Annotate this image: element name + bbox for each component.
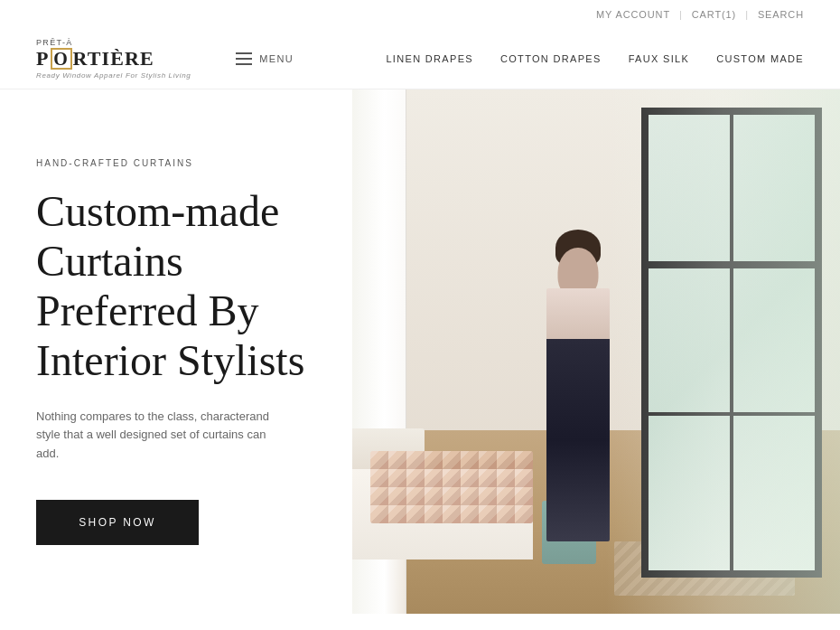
hamburger-menu[interactable]: MENU — [236, 52, 294, 65]
room-scene — [352, 89, 840, 614]
hero-content: HAND-CRAFTED CURTAINS Custom-made Curtai… — [0, 89, 352, 614]
window-light-effect — [605, 89, 840, 614]
logo-pret-a: PRÊT-À — [36, 38, 73, 47]
nav-cotton-drapes[interactable]: COTTON DRAPES — [500, 53, 602, 64]
hamburger-line-3 — [236, 63, 252, 65]
nav-right: LINEN DRAPES COTTON DRAPES FAUX SILK CUS… — [386, 53, 804, 64]
main-nav: PRÊT-À PORTIÈRE Ready Window Apparel For… — [0, 29, 840, 89]
cart-link[interactable]: CART(1) — [692, 9, 736, 20]
hero-description: Nothing compares to the class, character… — [36, 408, 271, 464]
hero-image — [352, 89, 840, 614]
shop-now-button[interactable]: SHOP NOW — [36, 500, 199, 545]
logo-main: PORTIÈRE — [36, 48, 154, 70]
hero-eyebrow: HAND-CRAFTED CURTAINS — [36, 158, 316, 168]
hamburger-label: MENU — [259, 53, 294, 64]
search-link[interactable]: SEARCH — [758, 9, 804, 20]
nav-linen-drapes[interactable]: LINEN DRAPES — [386, 53, 473, 64]
blanket — [370, 451, 533, 523]
nav-faux-silk[interactable]: FAUX SILK — [629, 53, 690, 64]
nav-left: PRÊT-À PORTIÈRE Ready Window Apparel For… — [36, 38, 294, 80]
hamburger-icon — [236, 52, 252, 65]
hamburger-line-1 — [236, 52, 252, 54]
my-account-link[interactable]: MY ACCOUNT — [596, 9, 670, 20]
hero-title: Custom-made Curtains Preferred By Interi… — [36, 186, 316, 386]
logo-tagline: Ready Window Apparel For Stylish Living — [36, 71, 191, 80]
hamburger-line-2 — [236, 58, 252, 60]
logo-o-box: O — [51, 48, 72, 70]
hero-section: HAND-CRAFTED CURTAINS Custom-made Curtai… — [0, 89, 840, 614]
logo[interactable]: PRÊT-À PORTIÈRE Ready Window Apparel For… — [36, 38, 191, 80]
separator-1: | — [679, 9, 683, 20]
separator-2: | — [745, 9, 749, 20]
nav-custom-made[interactable]: CUSTOM MADE — [716, 53, 804, 64]
person-body — [546, 288, 610, 541]
top-bar: MY ACCOUNT | CART(1) | SEARCH — [0, 0, 840, 29]
